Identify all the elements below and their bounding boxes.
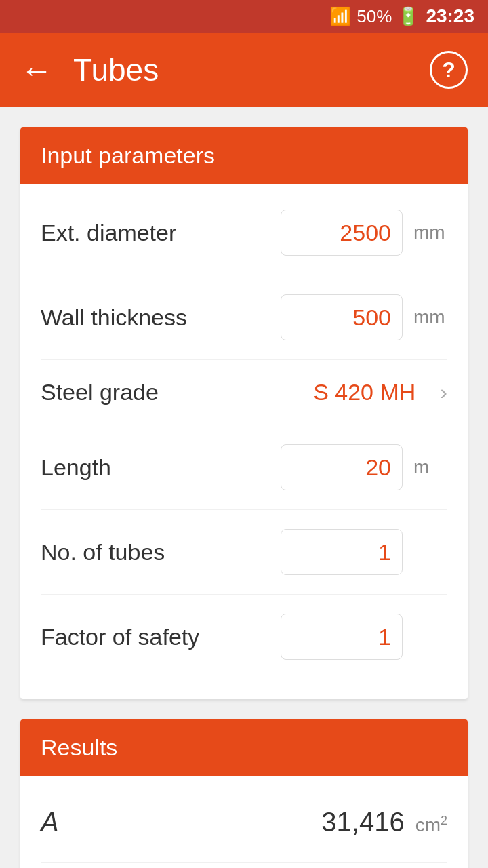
ext-diameter-input-wrap: mm [281,210,447,256]
status-bar: 📶 50% 🔋 23:23 [0,0,488,33]
results-card-body: A 31,416 cm2 I 166,897,110 cm4 [20,776,468,868]
length-unit: m [413,456,447,478]
steel-grade-select-wrap[interactable]: S 420 MH › [313,379,447,406]
steel-grade-chevron-icon: › [440,380,447,405]
wall-thickness-input-wrap: mm [281,294,447,340]
input-card-title: Input parameters [41,142,447,169]
back-button[interactable]: ← [20,52,53,89]
page-title: Tubes [73,52,430,88]
results-card: Results A 31,416 cm2 I 166,897,110 cm4 [20,719,468,868]
input-card-body: Ext. diameter mm Wall thickness mm Steel… [20,184,468,699]
result-i-row: I 166,897,110 cm4 [41,863,447,868]
results-card-title: Results [41,734,447,761]
length-input-wrap: m [281,444,447,490]
ext-diameter-input[interactable] [281,210,403,256]
no-of-tubes-input-wrap [281,529,447,575]
help-button[interactable]: ? [430,51,468,89]
status-icons: 📶 50% 🔋 [329,6,419,27]
app-bar: ← Tubes ? [0,33,488,107]
content-area: Input parameters Ext. diameter mm Wall t… [0,107,488,868]
ext-diameter-label: Ext. diameter [41,220,281,246]
steel-grade-row[interactable]: Steel grade S 420 MH › [41,360,447,425]
no-of-tubes-input[interactable] [281,529,403,575]
factor-of-safety-input-wrap [281,614,447,660]
ext-diameter-row: Ext. diameter mm [41,191,447,275]
no-of-tubes-row: No. of tubes [41,510,447,595]
result-a-label: A [41,807,321,837]
wifi-icon: 📶 [329,6,351,27]
length-row: Length m [41,425,447,510]
result-a-row: A 31,416 cm2 [41,783,447,863]
length-label: Length [41,454,281,481]
factor-of-safety-input[interactable] [281,614,403,660]
ext-diameter-unit: mm [413,222,447,243]
factor-of-safety-label: Factor of safety [41,624,281,650]
status-time: 23:23 [426,5,474,27]
result-a-value: 31,416 [321,807,404,837]
input-card-header: Input parameters [20,127,468,184]
wall-thickness-row: Wall thickness mm [41,275,447,360]
factor-of-safety-row: Factor of safety [41,595,447,679]
wall-thickness-unit: mm [413,307,447,328]
wall-thickness-label: Wall thickness [41,304,281,331]
steel-grade-value: S 420 MH [313,379,415,406]
length-input[interactable] [281,444,403,490]
steel-grade-label: Steel grade [41,379,313,406]
battery-icon: 🔋 [397,6,419,27]
results-card-header: Results [20,719,468,776]
result-a-unit: cm2 [415,814,447,836]
battery-percent: 50% [357,6,392,27]
wall-thickness-input[interactable] [281,294,403,340]
input-card: Input parameters Ext. diameter mm Wall t… [20,127,468,699]
no-of-tubes-label: No. of tubes [41,539,281,566]
